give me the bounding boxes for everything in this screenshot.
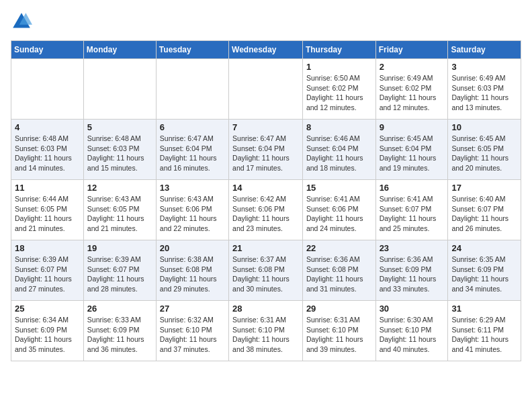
- day-info: Sunrise: 6:48 AMSunset: 6:03 PMDaylight:…: [15, 134, 80, 173]
- day-info: Sunrise: 6:47 AMSunset: 6:04 PMDaylight:…: [232, 134, 299, 173]
- calendar-cell: 14Sunrise: 6:42 AMSunset: 6:06 PMDayligh…: [229, 180, 303, 240]
- calendar-cell: 30Sunrise: 6:30 AMSunset: 6:10 PMDayligh…: [375, 301, 448, 361]
- day-number: 18: [15, 243, 80, 253]
- calendar-week-row: 18Sunrise: 6:39 AMSunset: 6:07 PMDayligh…: [11, 240, 521, 301]
- day-number: 3: [451, 62, 517, 72]
- calendar-cell: 23Sunrise: 6:36 AMSunset: 6:09 PMDayligh…: [375, 240, 448, 301]
- day-number: 4: [15, 122, 80, 132]
- day-info: Sunrise: 6:44 AMSunset: 6:05 PMDaylight:…: [15, 194, 80, 234]
- day-number: 24: [451, 243, 517, 253]
- day-number: 6: [160, 122, 225, 132]
- page-header: [11, 11, 521, 32]
- calendar-cell: 22Sunrise: 6:36 AMSunset: 6:08 PMDayligh…: [302, 240, 375, 301]
- calendar-cell: 20Sunrise: 6:38 AMSunset: 6:08 PMDayligh…: [156, 240, 228, 301]
- calendar-cell: 3Sunrise: 6:49 AMSunset: 6:03 PMDaylight…: [448, 59, 521, 120]
- day-number: 10: [451, 122, 517, 132]
- day-info: Sunrise: 6:45 AMSunset: 6:04 PMDaylight:…: [380, 134, 445, 173]
- day-number: 20: [160, 243, 225, 253]
- day-number: 2: [380, 62, 445, 72]
- calendar-cell: 26Sunrise: 6:33 AMSunset: 6:09 PMDayligh…: [83, 301, 156, 361]
- logo-icon: [11, 11, 32, 32]
- calendar-cell: 29Sunrise: 6:31 AMSunset: 6:10 PMDayligh…: [302, 301, 375, 361]
- day-info: Sunrise: 6:50 AMSunset: 6:02 PMDaylight:…: [306, 73, 372, 113]
- day-number: 5: [87, 122, 152, 132]
- day-info: Sunrise: 6:39 AMSunset: 6:07 PMDaylight:…: [87, 255, 152, 294]
- day-number: 14: [232, 183, 299, 193]
- calendar-cell: 5Sunrise: 6:48 AMSunset: 6:03 PMDaylight…: [83, 120, 156, 180]
- day-info: Sunrise: 6:38 AMSunset: 6:08 PMDaylight:…: [160, 255, 225, 294]
- calendar-cell: 21Sunrise: 6:37 AMSunset: 6:08 PMDayligh…: [229, 240, 303, 301]
- day-number: 13: [160, 183, 225, 193]
- day-number: 31: [451, 304, 517, 314]
- day-number: 17: [451, 183, 517, 193]
- day-info: Sunrise: 6:32 AMSunset: 6:10 PMDaylight:…: [160, 315, 225, 355]
- day-info: Sunrise: 6:37 AMSunset: 6:08 PMDaylight:…: [232, 255, 299, 294]
- calendar-cell: 17Sunrise: 6:40 AMSunset: 6:07 PMDayligh…: [448, 180, 521, 240]
- day-number: 15: [306, 183, 372, 193]
- calendar-cell: 31Sunrise: 6:29 AMSunset: 6:11 PMDayligh…: [448, 301, 521, 361]
- calendar-cell: 8Sunrise: 6:46 AMSunset: 6:04 PMDaylight…: [302, 120, 375, 180]
- day-info: Sunrise: 6:35 AMSunset: 6:09 PMDaylight:…: [451, 255, 517, 294]
- calendar-cell: 12Sunrise: 6:43 AMSunset: 6:05 PMDayligh…: [83, 180, 156, 240]
- calendar-cell: 7Sunrise: 6:47 AMSunset: 6:04 PMDaylight…: [229, 120, 303, 180]
- calendar-cell: 24Sunrise: 6:35 AMSunset: 6:09 PMDayligh…: [448, 240, 521, 301]
- day-number: 27: [160, 304, 225, 314]
- calendar-cell: 27Sunrise: 6:32 AMSunset: 6:10 PMDayligh…: [156, 301, 228, 361]
- calendar-cell: 10Sunrise: 6:45 AMSunset: 6:05 PMDayligh…: [448, 120, 521, 180]
- calendar-cell: 2Sunrise: 6:49 AMSunset: 6:02 PMDaylight…: [375, 59, 448, 120]
- calendar-week-row: 11Sunrise: 6:44 AMSunset: 6:05 PMDayligh…: [11, 180, 521, 240]
- day-info: Sunrise: 6:49 AMSunset: 6:02 PMDaylight:…: [380, 73, 445, 113]
- day-info: Sunrise: 6:34 AMSunset: 6:09 PMDaylight:…: [15, 315, 80, 355]
- day-info: Sunrise: 6:48 AMSunset: 6:03 PMDaylight:…: [87, 134, 152, 173]
- day-info: Sunrise: 6:47 AMSunset: 6:04 PMDaylight:…: [160, 134, 225, 173]
- day-info: Sunrise: 6:31 AMSunset: 6:10 PMDaylight:…: [232, 315, 299, 355]
- calendar-cell: 15Sunrise: 6:41 AMSunset: 6:06 PMDayligh…: [302, 180, 375, 240]
- weekday-header-row: SundayMondayTuesdayWednesdayThursdayFrid…: [11, 41, 521, 59]
- calendar-cell: 18Sunrise: 6:39 AMSunset: 6:07 PMDayligh…: [11, 240, 84, 301]
- weekday-header: Wednesday: [229, 41, 303, 59]
- day-number: 8: [306, 122, 372, 132]
- day-info: Sunrise: 6:33 AMSunset: 6:09 PMDaylight:…: [87, 315, 152, 355]
- day-number: 16: [380, 183, 445, 193]
- day-info: Sunrise: 6:36 AMSunset: 6:09 PMDaylight:…: [380, 255, 445, 294]
- day-number: 22: [306, 243, 372, 253]
- day-number: 26: [87, 304, 152, 314]
- calendar-cell: 19Sunrise: 6:39 AMSunset: 6:07 PMDayligh…: [83, 240, 156, 301]
- day-number: 25: [15, 304, 80, 314]
- calendar-cell: 28Sunrise: 6:31 AMSunset: 6:10 PMDayligh…: [229, 301, 303, 361]
- day-number: 1: [306, 62, 372, 72]
- day-info: Sunrise: 6:43 AMSunset: 6:06 PMDaylight:…: [160, 194, 225, 234]
- day-number: 28: [232, 304, 299, 314]
- calendar-cell: 1Sunrise: 6:50 AMSunset: 6:02 PMDaylight…: [302, 59, 375, 120]
- day-info: Sunrise: 6:30 AMSunset: 6:10 PMDaylight:…: [380, 315, 445, 355]
- calendar-cell: [156, 59, 228, 120]
- day-info: Sunrise: 6:46 AMSunset: 6:04 PMDaylight:…: [306, 134, 372, 173]
- calendar-cell: 16Sunrise: 6:41 AMSunset: 6:07 PMDayligh…: [375, 180, 448, 240]
- weekday-header: Thursday: [302, 41, 375, 59]
- day-info: Sunrise: 6:41 AMSunset: 6:07 PMDaylight:…: [380, 194, 445, 234]
- day-info: Sunrise: 6:41 AMSunset: 6:06 PMDaylight:…: [306, 194, 372, 234]
- calendar-cell: [11, 59, 84, 120]
- day-number: 9: [380, 122, 445, 132]
- calendar-week-row: 25Sunrise: 6:34 AMSunset: 6:09 PMDayligh…: [11, 301, 521, 361]
- day-number: 19: [87, 243, 152, 253]
- calendar-cell: [229, 59, 303, 120]
- calendar-table: SundayMondayTuesdayWednesdayThursdayFrid…: [11, 40, 521, 361]
- calendar-cell: [83, 59, 156, 120]
- day-info: Sunrise: 6:43 AMSunset: 6:05 PMDaylight:…: [87, 194, 152, 234]
- day-info: Sunrise: 6:31 AMSunset: 6:10 PMDaylight:…: [306, 315, 372, 355]
- weekday-header: Tuesday: [156, 41, 228, 59]
- calendar-cell: 11Sunrise: 6:44 AMSunset: 6:05 PMDayligh…: [11, 180, 84, 240]
- day-number: 29: [306, 304, 372, 314]
- weekday-header: Sunday: [11, 41, 84, 59]
- day-number: 30: [380, 304, 445, 314]
- day-number: 23: [380, 243, 445, 253]
- calendar-cell: 6Sunrise: 6:47 AMSunset: 6:04 PMDaylight…: [156, 120, 228, 180]
- day-number: 12: [87, 183, 152, 193]
- day-info: Sunrise: 6:42 AMSunset: 6:06 PMDaylight:…: [232, 194, 299, 234]
- weekday-header: Monday: [83, 41, 156, 59]
- day-number: 11: [15, 183, 80, 193]
- calendar-week-row: 1Sunrise: 6:50 AMSunset: 6:02 PMDaylight…: [11, 59, 521, 120]
- day-info: Sunrise: 6:29 AMSunset: 6:11 PMDaylight:…: [451, 315, 517, 355]
- calendar-cell: 25Sunrise: 6:34 AMSunset: 6:09 PMDayligh…: [11, 301, 84, 361]
